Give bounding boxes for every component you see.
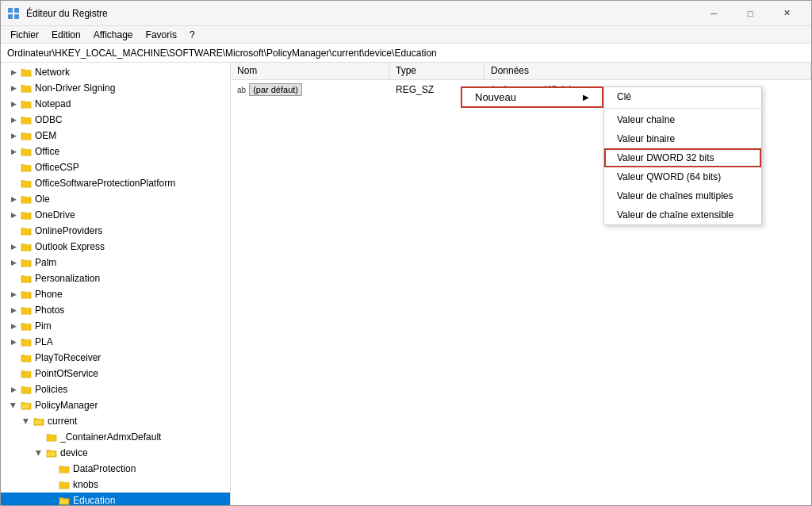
tree-arrow-icon: ▶ bbox=[7, 256, 20, 269]
close-button[interactable]: ✕ bbox=[768, 1, 805, 26]
tree-item[interactable]: ▶Ole bbox=[1, 191, 230, 207]
tree-item[interactable]: ▶PointOfService bbox=[1, 366, 230, 381]
tree-item-label: Outlook Express bbox=[35, 241, 105, 252]
tree-item[interactable]: ▶Pim bbox=[1, 318, 230, 334]
submenu-cle[interactable]: Clé bbox=[604, 87, 761, 106]
folder-icon bbox=[20, 351, 33, 364]
tree-item-label: Photos bbox=[35, 305, 64, 316]
menu-favoris[interactable]: Favoris bbox=[140, 28, 183, 42]
folder-icon bbox=[20, 177, 33, 190]
tree-item-label: Personalization bbox=[35, 273, 100, 284]
tree-scroll[interactable]: ▶Network▶Non-Driver Signing▶Notepad▶ODBC… bbox=[1, 63, 230, 505]
folder-icon bbox=[20, 129, 33, 142]
svg-rect-0 bbox=[8, 8, 13, 13]
tree-item[interactable]: ▶Photos bbox=[1, 302, 230, 318]
tree-item[interactable]: ▶PolicyManager bbox=[1, 397, 230, 413]
tree-arrow-icon: ▶ bbox=[7, 66, 20, 79]
submenu-valeur-ext[interactable]: Valeur de chaîne extensible bbox=[604, 205, 761, 224]
tree-item[interactable]: ▶Policies bbox=[1, 381, 230, 397]
tree-item-label: knobs bbox=[73, 479, 98, 490]
tree-arrow-icon: ▶ bbox=[7, 113, 20, 126]
folder-icon bbox=[20, 161, 33, 174]
title-bar: Éditeur du Registre ─ □ ✕ bbox=[1, 1, 811, 26]
tree-item[interactable]: ▶Notepad bbox=[1, 96, 230, 112]
folder-icon bbox=[58, 462, 71, 475]
folder-icon bbox=[20, 335, 33, 348]
maximize-button[interactable]: □ bbox=[732, 1, 768, 26]
address-path: Ordinateur\HKEY_LOCAL_MACHINE\SOFTWARE\M… bbox=[7, 48, 437, 59]
tree-item[interactable]: ▶OnlineProviders bbox=[1, 223, 230, 239]
tree-item[interactable]: ▶current bbox=[1, 413, 230, 429]
main-content: ▶Network▶Non-Driver Signing▶Notepad▶ODBC… bbox=[1, 63, 811, 505]
folder-icon bbox=[20, 82, 33, 94]
tree-item-label: PointOfService bbox=[35, 368, 98, 379]
folder-icon bbox=[20, 383, 33, 396]
tree-item-label: PLA bbox=[35, 336, 53, 347]
submenu-valeur-binaire[interactable]: Valeur binaire bbox=[604, 129, 761, 148]
folder-icon bbox=[20, 224, 33, 237]
tree-arrow-icon: ▶ bbox=[33, 447, 45, 459]
tree-item-label: PolicyManager bbox=[35, 400, 98, 411]
tree-item-label: Policies bbox=[35, 384, 67, 395]
tree-arrow-icon: ▶ bbox=[7, 129, 20, 142]
tree-item[interactable]: ▶OneDrive bbox=[1, 207, 230, 223]
tree-arrow-icon: ▶ bbox=[7, 145, 20, 158]
menu-fichier[interactable]: Fichier bbox=[4, 28, 45, 42]
folder-icon bbox=[20, 66, 33, 79]
tree-arrow-icon: ▶ bbox=[7, 209, 20, 221]
tree-item[interactable]: ▶OfficeSoftwareProtectionPlatform bbox=[1, 175, 230, 191]
tree-arrow-icon: ▶ bbox=[7, 193, 20, 205]
tree-arrow-icon: ▶ bbox=[7, 288, 20, 301]
minimize-button[interactable]: ─ bbox=[695, 1, 732, 26]
header-donnees: Données bbox=[485, 63, 811, 79]
tree-item[interactable]: ▶Network bbox=[1, 64, 230, 80]
tree-item-label: PlayToReceiver bbox=[35, 352, 101, 363]
tree-item[interactable]: ▶Palm bbox=[1, 255, 230, 270]
svg-rect-3 bbox=[14, 14, 19, 19]
folder-icon bbox=[20, 367, 33, 380]
tree-item[interactable]: ▶ODBC bbox=[1, 112, 230, 128]
context-submenu: Clé Valeur chaîne Valeur binaire Valeur … bbox=[603, 86, 762, 225]
tree-item[interactable]: ▶device bbox=[1, 445, 230, 461]
folder-icon bbox=[20, 399, 33, 412]
tree-item[interactable]: ▶Phone bbox=[1, 286, 230, 302]
menu-help[interactable]: ? bbox=[183, 28, 201, 42]
nouveau-button[interactable]: Nouveau ▶ bbox=[461, 86, 603, 108]
tree-item[interactable]: ▶OEM bbox=[1, 128, 230, 144]
tree-item[interactable]: ▶Outlook Express bbox=[1, 239, 230, 255]
tree-item-label: _ContainerAdmxDefault bbox=[60, 431, 161, 443]
tree-item[interactable]: ▶Education bbox=[1, 493, 230, 505]
tree-item[interactable]: ▶OfficeCSP bbox=[1, 159, 230, 175]
menu-edition[interactable]: Edition bbox=[45, 28, 87, 42]
default-value-label: (par défaut) bbox=[249, 83, 302, 96]
registry-editor-window: Éditeur du Registre ─ □ ✕ Fichier Editio… bbox=[0, 0, 812, 506]
tree-item[interactable]: ▶knobs bbox=[1, 477, 230, 493]
folder-icon bbox=[20, 113, 33, 126]
tree-item[interactable]: ▶_ContainerAdmxDefault bbox=[1, 429, 230, 445]
tree-item-label: device bbox=[60, 447, 88, 458]
tree-item[interactable]: ▶PLA bbox=[1, 334, 230, 350]
submenu-valeur-chaine[interactable]: Valeur chaîne bbox=[604, 110, 761, 129]
tree-item[interactable]: ▶Personalization bbox=[1, 270, 230, 286]
tree-item[interactable]: ▶DataProtection bbox=[1, 461, 230, 477]
tree-item-label: OEM bbox=[35, 130, 56, 141]
list-header: Nom Type Données bbox=[231, 63, 811, 80]
folder-icon bbox=[45, 447, 58, 459]
tree-item[interactable]: ▶Non-Driver Signing bbox=[1, 80, 230, 96]
submenu-valeur-multi[interactable]: Valeur de chaînes multiples bbox=[604, 186, 761, 205]
context-menu-container: Nouveau ▶ Clé Valeur chaîne Valeur binai… bbox=[461, 86, 603, 108]
tree-arrow-icon: ▶ bbox=[7, 335, 20, 348]
folder-icon bbox=[45, 431, 58, 443]
tree-item[interactable]: ▶Office bbox=[1, 144, 230, 159]
tree-arrow-icon: ▶ bbox=[7, 82, 20, 94]
registry-editor-icon bbox=[7, 7, 20, 20]
menu-affichage[interactable]: Affichage bbox=[87, 28, 140, 42]
submenu-valeur-qword[interactable]: Valeur QWORD (64 bits) bbox=[604, 167, 761, 186]
submenu-valeur-dword[interactable]: Valeur DWORD 32 bits bbox=[604, 148, 761, 167]
tree-item[interactable]: ▶PlayToReceiver bbox=[1, 350, 230, 366]
folder-icon bbox=[20, 209, 33, 221]
folder-icon bbox=[20, 256, 33, 269]
window-controls: ─ □ ✕ bbox=[695, 1, 805, 26]
tree-item-label: OfficeCSP bbox=[35, 162, 79, 173]
folder-icon bbox=[20, 272, 33, 285]
